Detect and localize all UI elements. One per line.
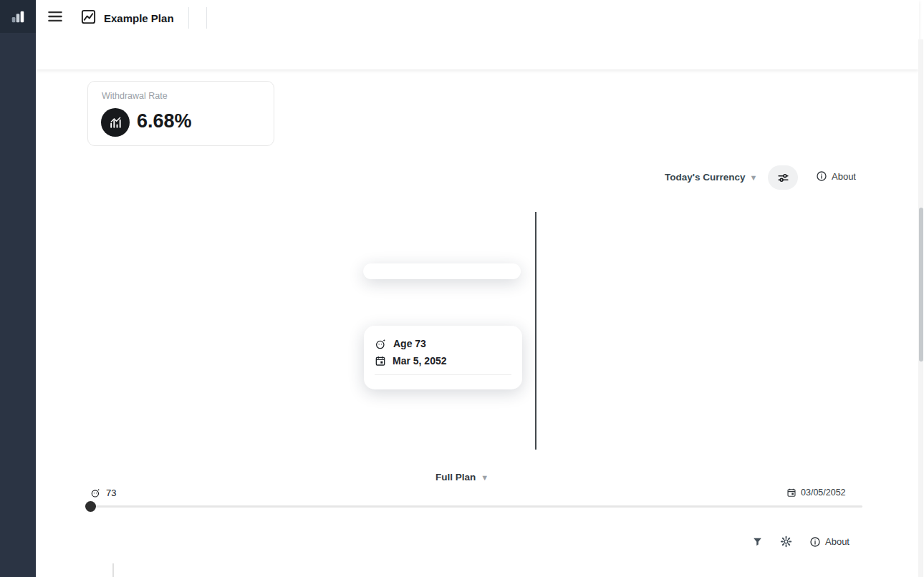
app-logo-icon[interactable] (0, 0, 36, 33)
bottom-chart-bar-right[interactable] (519, 571, 842, 577)
calendar-icon (786, 488, 797, 498)
tooltip-date-row: Mar 5, 2052 (375, 352, 511, 369)
plan-title: Example Plan (104, 12, 174, 24)
selected-age-line (535, 212, 536, 450)
app-header: Example Plan (36, 0, 919, 36)
bottom-chart-axis (112, 563, 114, 577)
full-plan-label: Full Plan (435, 472, 476, 483)
header-divider (188, 7, 189, 29)
bottom-chart-bar-left-light (142, 564, 463, 571)
tooltip-age-value: Age 73 (393, 338, 426, 349)
currency-label: Today's Currency (665, 172, 746, 183)
bottom-chart-bar-right-light (519, 564, 842, 571)
chart-options-button[interactable] (768, 165, 798, 190)
main-nav-tabs (36, 36, 919, 69)
filter-funnel-icon[interactable] (752, 536, 763, 547)
events-tooltip (363, 263, 521, 279)
bottom-panel-controls: About (752, 535, 850, 548)
about-label: About (832, 171, 856, 182)
currency-dropdown[interactable]: Today's Currency▼ (665, 172, 757, 183)
chevron-down-icon: ▼ (750, 173, 758, 182)
age-face-icon (90, 488, 101, 498)
withdrawal-rate-value: 6.68% (137, 110, 192, 132)
header-divider (206, 7, 207, 29)
vertical-scrollbar[interactable] (918, 39, 923, 577)
tooltip-date-value: Mar 5, 2052 (393, 355, 447, 367)
age-slider-handle[interactable] (85, 501, 96, 512)
calendar-icon (375, 355, 386, 367)
hamburger-menu-icon[interactable] (46, 7, 64, 29)
slider-date-readout: 03/05/2052 (786, 488, 852, 498)
bottom-chart-bar-left[interactable] (142, 571, 463, 577)
slider-date-value: 03/05/2052 (801, 488, 846, 498)
info-icon (809, 536, 821, 548)
slider-age-readout: 73 (90, 488, 116, 498)
top-header-block: Example Plan (36, 0, 919, 69)
chart-about-button[interactable]: About (816, 170, 856, 182)
detail-tooltip: Age 73 Mar 5, 2052 (364, 326, 522, 389)
withdrawal-rate-label: Withdrawal Rate (102, 91, 168, 101)
chevron-down-icon: ▼ (481, 473, 489, 482)
sliders-icon (776, 171, 790, 185)
scrollbar-thumb[interactable] (919, 208, 923, 362)
withdrawal-rate-icon (101, 108, 130, 137)
age-face-icon (375, 338, 387, 350)
bottom-about-button[interactable]: About (809, 536, 850, 548)
age-slider[interactable] (85, 505, 862, 508)
full-plan-dropdown[interactable]: Full Plan▼ (0, 472, 924, 483)
about-label: About (825, 536, 850, 547)
slider-age-value: 73 (106, 488, 116, 498)
tooltip-age-row: Age 73 (375, 335, 511, 352)
plan-chart-icon (80, 9, 97, 28)
withdrawal-rate-card: Withdrawal Rate 6.68% (87, 81, 274, 146)
gear-icon[interactable] (780, 535, 792, 548)
info-icon (816, 170, 827, 182)
sidebar (0, 0, 36, 577)
